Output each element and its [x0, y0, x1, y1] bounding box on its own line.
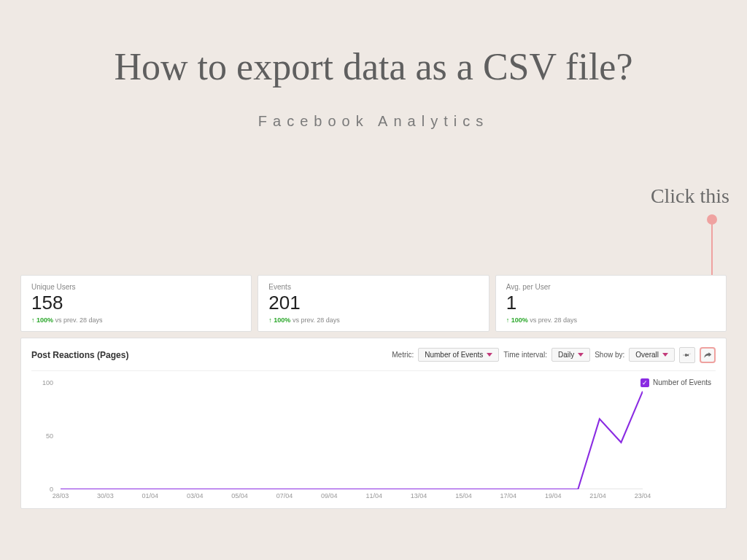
- showby-dropdown-value: Overall: [635, 351, 659, 359]
- chart-body: ✓ Number of Events 100 50 0 28/0330/0301…: [31, 378, 716, 502]
- dashboard: Unique Users 158 ↑ 100% vs prev. 28 days…: [20, 275, 727, 509]
- chart-legend[interactable]: ✓ Number of Events: [640, 378, 711, 387]
- x-tick: 09/04: [321, 492, 338, 499]
- chart-svg: [61, 383, 643, 489]
- x-axis: 28/0330/0301/0403/0405/0407/0409/0411/04…: [61, 491, 643, 502]
- interval-dropdown-value: Daily: [558, 351, 574, 359]
- delta-pct: 100%: [36, 316, 53, 324]
- delta-pct: 100%: [511, 316, 528, 324]
- x-tick: 15/04: [455, 492, 472, 499]
- stat-card-value: 158: [31, 292, 241, 314]
- delta-text: vs prev. 28 days: [293, 316, 340, 324]
- y-tick: 50: [31, 432, 53, 440]
- stat-card-label: Avg. per User: [506, 283, 716, 291]
- chart-plot: [61, 383, 643, 489]
- x-tick: 30/03: [97, 492, 114, 499]
- x-tick: 21/04: [589, 492, 606, 499]
- export-button[interactable]: [700, 347, 716, 363]
- chart-title: Post Reactions (Pages): [31, 350, 128, 360]
- stat-card-label: Events: [268, 283, 478, 291]
- pin-button[interactable]: [679, 347, 695, 363]
- y-tick: 100: [31, 379, 53, 386]
- delta-pct: 100%: [274, 316, 290, 324]
- page-subtitle: Facebook Analytics: [0, 113, 747, 130]
- x-tick: 23/04: [635, 492, 651, 499]
- share-arrow-icon: [703, 351, 712, 359]
- x-tick: 28/03: [53, 492, 69, 499]
- y-axis: 100 50 0: [31, 383, 58, 489]
- x-tick: 05/04: [231, 492, 248, 499]
- stat-card-avg-per-user[interactable]: Avg. per User 1 ↑ 100% vs prev. 28 days: [495, 275, 727, 332]
- pin-icon: [683, 351, 692, 359]
- metric-label: Metric:: [392, 351, 414, 359]
- delta-up-icon: ↑ 100%: [268, 316, 290, 324]
- x-tick: 17/04: [500, 492, 517, 499]
- stat-card-delta: ↑ 100% vs prev. 28 days: [31, 316, 241, 324]
- stat-card-label: Unique Users: [31, 283, 241, 291]
- metric-dropdown[interactable]: Number of Events: [418, 348, 499, 362]
- stat-card-unique-users[interactable]: Unique Users 158 ↑ 100% vs prev. 28 days: [20, 275, 252, 332]
- stat-cards-row: Unique Users 158 ↑ 100% vs prev. 28 days…: [20, 275, 727, 332]
- caret-down-icon: [487, 353, 492, 357]
- delta-text: vs prev. 28 days: [530, 316, 577, 324]
- chart-header: Post Reactions (Pages) Metric: Number of…: [31, 347, 716, 371]
- delta-up-icon: ↑ 100%: [506, 316, 528, 324]
- x-tick: 11/04: [365, 492, 382, 499]
- x-tick: 07/04: [276, 492, 293, 499]
- x-tick: 03/04: [187, 492, 204, 499]
- stat-card-value: 201: [268, 292, 478, 314]
- interval-label: Time interval:: [503, 351, 547, 359]
- chart-card: Post Reactions (Pages) Metric: Number of…: [20, 338, 727, 509]
- x-tick: 01/04: [142, 492, 159, 499]
- chart-controls: Metric: Number of Events Time interval: …: [392, 347, 716, 363]
- annotation-label: Click this: [651, 184, 729, 208]
- stat-card-value: 1: [506, 292, 716, 314]
- legend-label: Number of Events: [653, 378, 711, 386]
- x-tick: 13/04: [411, 492, 427, 499]
- caret-down-icon: [578, 353, 584, 357]
- delta-text: vs prev. 28 days: [55, 316, 103, 324]
- x-tick: 19/04: [545, 492, 562, 499]
- caret-down-icon: [662, 353, 668, 357]
- stat-card-events[interactable]: Events 201 ↑ 100% vs prev. 28 days: [258, 275, 489, 332]
- delta-up-icon: ↑ 100%: [31, 316, 53, 324]
- stat-card-delta: ↑ 100% vs prev. 28 days: [268, 316, 478, 324]
- stat-card-delta: ↑ 100% vs prev. 28 days: [506, 316, 716, 324]
- y-tick: 0: [31, 486, 53, 493]
- showby-dropdown[interactable]: Overall: [629, 348, 675, 362]
- page-title: How to export data as a CSV file?: [0, 45, 747, 88]
- showby-label: Show by:: [595, 351, 624, 359]
- metric-dropdown-value: Number of Events: [425, 351, 483, 359]
- interval-dropdown[interactable]: Daily: [551, 348, 590, 362]
